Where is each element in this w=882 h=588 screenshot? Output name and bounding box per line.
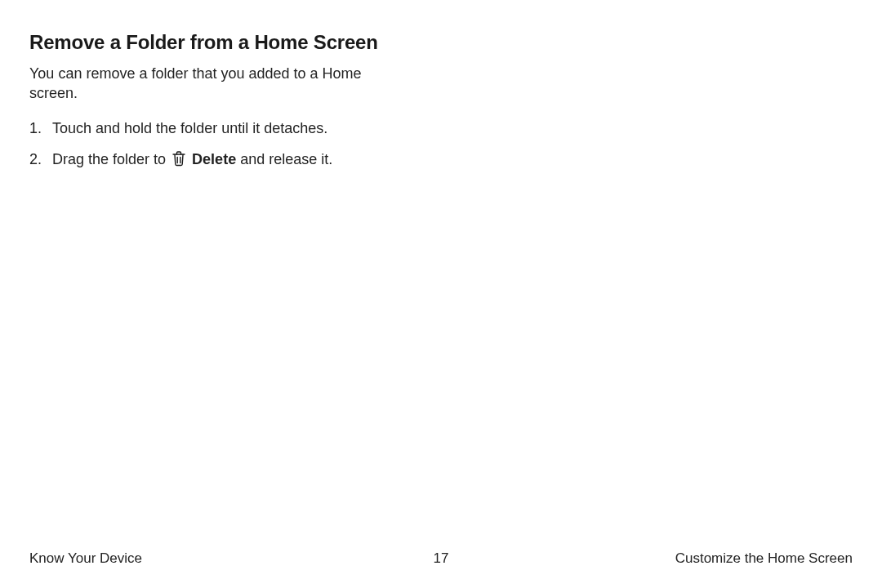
intro-paragraph: You can remove a folder that you added t… — [29, 64, 372, 104]
step-number: 1. — [29, 118, 52, 138]
footer-left: Know Your Device — [29, 550, 142, 567]
step-2: 2. Drag the folder to Delete and release… — [29, 149, 853, 172]
step-text: Drag the folder to Delete and release it… — [52, 149, 853, 172]
section-heading: Remove a Folder from a Home Screen — [29, 31, 853, 54]
page-number: 17 — [434, 550, 449, 567]
footer-right: Customize the Home Screen — [675, 550, 853, 567]
trash-icon — [172, 150, 186, 172]
page-footer: Know Your Device 17 Customize the Home S… — [29, 550, 853, 567]
step-text-after: and release it. — [236, 151, 332, 167]
step-list: 1. Touch and hold the folder until it de… — [29, 118, 853, 172]
step-text-before: Drag the folder to — [52, 151, 170, 167]
step-text: Touch and hold the folder until it detac… — [52, 118, 853, 138]
step-number: 2. — [29, 149, 52, 172]
delete-label: Delete — [192, 151, 236, 167]
step-1: 1. Touch and hold the folder until it de… — [29, 118, 853, 138]
